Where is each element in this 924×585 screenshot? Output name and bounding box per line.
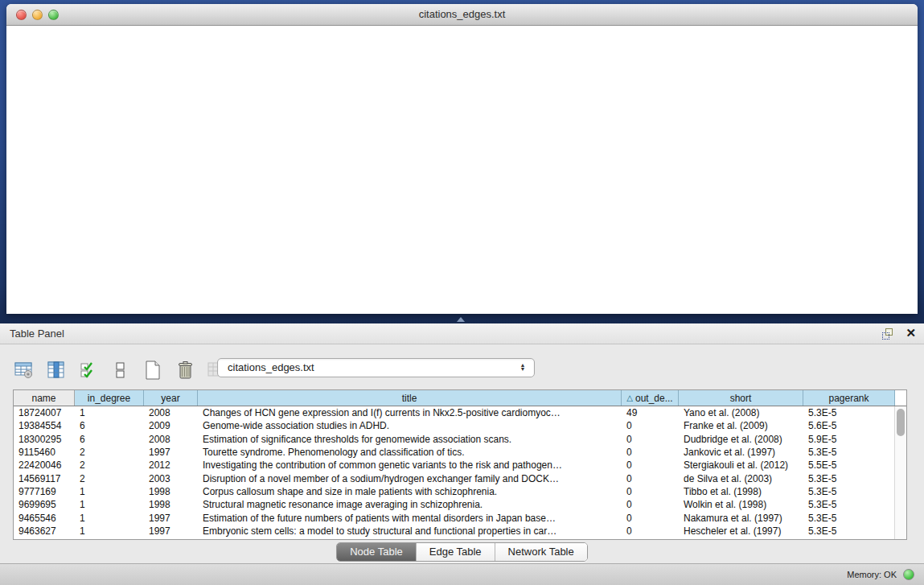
- table-cell: 9699695: [14, 498, 75, 511]
- table-cell: 2008: [144, 433, 198, 446]
- table-cell: 0: [622, 525, 679, 538]
- table-cell: 6: [75, 433, 144, 446]
- table-cell: 5.3E-5: [803, 512, 895, 525]
- table-row[interactable]: 1830029562008Estimation of significance …: [14, 433, 906, 446]
- table-row[interactable]: 911546021997Tourette syndrome. Phenomeno…: [14, 446, 906, 459]
- table-cell: Disruption of a novel member of a sodium…: [198, 472, 622, 485]
- table-cell: 5.3E-5: [803, 525, 895, 538]
- table-cell: 2: [75, 459, 144, 472]
- table-cell: 5.6E-5: [803, 419, 895, 432]
- node-table: namein_degreeyeartitle△out_de...shortpag…: [13, 389, 907, 540]
- table-row[interactable]: 946554611997Estimation of the future num…: [14, 512, 906, 525]
- network-graph-canvas[interactable]: [6, 26, 916, 313]
- column-visibility-icon[interactable]: [76, 358, 101, 382]
- table-cell: 14569117: [14, 472, 75, 485]
- network-view-desktop: citations_edges.txt: [0, 0, 924, 323]
- table-panel-title: Table Panel: [10, 328, 64, 340]
- column-header-title[interactable]: title: [198, 390, 622, 406]
- table-cell: Corpus callosum shape and size in male p…: [198, 485, 622, 498]
- table-cell: 1: [75, 406, 144, 419]
- table-cell: 0: [622, 472, 679, 485]
- table-cell: Wolkin et al. (1998): [679, 498, 803, 511]
- table-cell: 0: [622, 433, 679, 446]
- table-row[interactable]: 2242004622012Investigating the contribut…: [14, 459, 906, 472]
- table-cell: 0: [622, 446, 679, 459]
- table-cell: 1997: [144, 446, 198, 459]
- table-type-tabs: Node TableEdge TableNetwork Table: [0, 542, 924, 562]
- splitter-handle-icon[interactable]: [457, 317, 465, 322]
- column-header-out_de[interactable]: △out_de...: [622, 390, 679, 406]
- table-cell: 5.5E-5: [803, 459, 895, 472]
- tab-node-table[interactable]: Node Table: [337, 543, 417, 561]
- table-cell: 9115460: [14, 446, 75, 459]
- delete-column-icon[interactable]: [172, 358, 198, 382]
- cytoscape-app: citations_edges.txt Table Panel ✕ f(x) c…: [0, 0, 924, 585]
- network-window-titlebar[interactable]: citations_edges.txt: [6, 4, 918, 26]
- table-cell: 0: [622, 485, 679, 498]
- table-row[interactable]: 1938455462009Genome-wide association stu…: [14, 419, 906, 432]
- table-cell: 1998: [144, 498, 198, 511]
- table-cell: 2: [75, 472, 144, 485]
- table-row[interactable]: 977716911998Corpus callosum shape and si…: [14, 485, 906, 498]
- table-vertical-scrollbar[interactable]: [894, 406, 906, 539]
- column-header-year[interactable]: year: [144, 390, 198, 406]
- memory-status-label: Memory: OK: [847, 570, 897, 579]
- tab-edge-table[interactable]: Edge Table: [417, 543, 495, 561]
- table-selector-dropdown[interactable]: citations_edges.txt ▲▼: [217, 358, 535, 377]
- table-selector-value: citations_edges.txt: [228, 361, 314, 373]
- tab-segmented-control: Node TableEdge TableNetwork Table: [336, 542, 588, 562]
- table-cell: 1: [75, 525, 144, 538]
- table-cell: 1: [75, 512, 144, 525]
- column-header-short[interactable]: short: [679, 390, 803, 406]
- new-column-icon[interactable]: [140, 358, 166, 382]
- memory-ok-indicator[interactable]: [903, 569, 914, 580]
- tab-network-table[interactable]: Network Table: [495, 543, 587, 561]
- table-cell: Tibbo et al. (1998): [679, 485, 803, 498]
- table-cell: Investigating the contribution of common…: [198, 459, 622, 472]
- table-cell: 1997: [144, 525, 198, 538]
- table-cell: 2009: [144, 419, 198, 432]
- table-cell: Hescheler et al. (1997): [679, 525, 803, 538]
- table-cell: 0: [622, 498, 679, 511]
- table-cell: Dudbridge et al. (2008): [679, 433, 803, 446]
- table-cell: Embryonic stem cells: a model to study s…: [198, 525, 622, 538]
- table-cell: Structural magnetic resonance image aver…: [198, 498, 622, 511]
- row-height-icon[interactable]: [108, 358, 133, 382]
- table-cell: 6: [75, 419, 144, 432]
- table-cell: 1: [75, 485, 144, 498]
- table-cell: 0: [622, 419, 679, 432]
- column-header-name[interactable]: name: [14, 390, 75, 406]
- table-cell: 5.9E-5: [803, 433, 895, 446]
- table-cell: 9777169: [14, 485, 75, 498]
- table-panel-body: f(x) citations_edges.txt ▲▼ namein_degre…: [0, 344, 924, 563]
- table-column-icon[interactable]: [43, 358, 69, 382]
- table-cell: 5.3E-5: [803, 485, 895, 498]
- table-row[interactable]: 1456911722003Disruption of a novel membe…: [14, 472, 906, 485]
- table-cell: Jankovic et al. (1997): [679, 446, 803, 459]
- table-row[interactable]: 969969511998Structural magnetic resonanc…: [14, 498, 906, 511]
- table-cell: 5.3E-5: [803, 498, 895, 511]
- table-cell: 2: [75, 446, 144, 459]
- column-header-pagerank[interactable]: pagerank: [803, 390, 895, 406]
- table-cell: 5.3E-5: [803, 406, 895, 419]
- status-bar: Memory: OK: [0, 563, 924, 585]
- scrollbar-thumb[interactable]: [897, 409, 905, 436]
- table-cell: Stergiakouli et al. (2012): [679, 459, 803, 472]
- table-cell: Estimation of the future numbers of pati…: [198, 512, 622, 525]
- table-cell: Genome-wide association studies in ADHD.: [198, 419, 622, 432]
- column-header-in_degree[interactable]: in_degree: [75, 390, 144, 406]
- close-panel-icon[interactable]: ✕: [906, 326, 916, 340]
- table-row[interactable]: 1872400712008Changes of HCN gene express…: [14, 406, 906, 419]
- window-title: citations_edges.txt: [6, 8, 918, 20]
- table-settings-icon[interactable]: [11, 358, 37, 382]
- table-cell: 1: [75, 498, 144, 511]
- table-row[interactable]: 946362711997Embryonic stem cells: a mode…: [14, 525, 906, 538]
- float-panel-icon[interactable]: [882, 328, 895, 340]
- table-cell: 2008: [144, 406, 198, 419]
- table-cell: 1998: [144, 485, 198, 498]
- table-cell: 1997: [144, 512, 198, 525]
- table-cell: 49: [622, 406, 679, 419]
- network-view-window: citations_edges.txt: [6, 4, 918, 314]
- table-cell: 0: [622, 459, 679, 472]
- table-cell: 9463627: [14, 525, 75, 538]
